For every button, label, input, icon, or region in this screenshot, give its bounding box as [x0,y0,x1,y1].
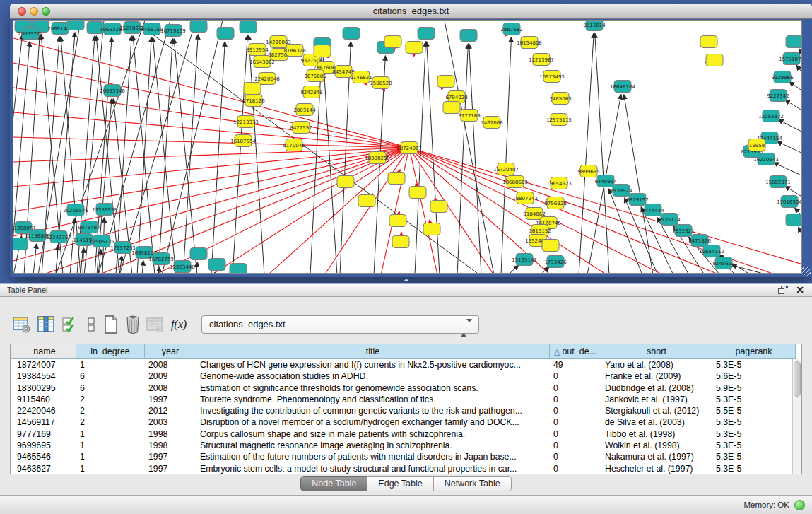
graph-node[interactable] [230,264,247,274]
citation-edge-black [796,66,802,74]
cell-name: 9699695 [13,440,76,451]
column-header-name[interactable]: name [13,344,76,359]
row-height-button[interactable] [81,314,102,335]
graph-node-label: 2887682 [500,27,522,33]
table-row[interactable]: 911546021997Tourette syndrome. Phenomeno… [11,394,792,405]
vertical-scrollbar[interactable] [792,359,801,474]
graph-node[interactable] [786,36,802,48]
cell-pagerank: 5.3E-5 [712,463,792,474]
graph-node[interactable] [406,42,423,54]
delete-column-button[interactable] [122,314,143,335]
graph-node[interactable] [244,83,261,95]
graph-node[interactable] [542,240,559,252]
column-header-short[interactable]: short [601,344,712,359]
table-select-dropdown[interactable]: citations_edges.txt [201,315,479,334]
graph-node[interactable] [217,28,234,40]
show-column-button[interactable] [35,314,57,335]
table-row[interactable]: 1938455462009Genome-wide association stu… [11,370,792,382]
graph-node-label: 9245652 [712,261,734,267]
cell-short: Stergiakouli et al. (2012) [601,405,712,416]
table-header-row: namein_degreeyeartitle△out_de...shortpag… [11,344,801,359]
graph-node[interactable] [706,54,723,66]
table-row[interactable]: 977716911998Corpus callosum shape and si… [11,428,792,440]
delete-table-button[interactable] [144,314,165,335]
tab-network-table[interactable]: Network Table [434,476,512,491]
cell-year: 2003 [145,416,196,428]
citation-edge-black [624,95,653,274]
column-header-pagerank[interactable]: pagerank [712,344,796,359]
graph-node[interactable] [460,30,477,42]
graph-node[interactable] [409,187,426,199]
create-column-button[interactable] [100,314,122,335]
zoom-window-button[interactable] [42,7,50,16]
select-rows-button[interactable] [59,314,81,335]
table-row[interactable]: 2242004622012Investigating the contribut… [11,405,792,416]
graph-node[interactable] [190,21,207,33]
column-header-in_degree[interactable]: in_degree [76,344,145,359]
column-header-title[interactable]: title [196,344,550,359]
citation-edge-black [595,33,609,274]
graph-node-label: 18724007 [396,146,422,151]
network-canvas[interactable]: 2005572420691406106532871527860294661601… [13,20,802,274]
graph-node[interactable] [437,76,454,88]
citation-edge-black [508,265,518,274]
column-header-out_de[interactable]: △out_de... [550,344,601,359]
tab-node-table[interactable]: Node Table [300,476,367,491]
cell-out_de: 49 [550,359,601,370]
window-resize-grip[interactable] [801,267,811,276]
table-row[interactable]: 1456911722003Disruption of a novel membe… [11,416,792,428]
graph-node[interactable] [240,21,257,33]
graph-node[interactable] [443,102,460,114]
table-row[interactable]: 969969511998Structural magnetic resonanc… [11,440,792,451]
cell-pagerank: 5.6E-5 [712,370,792,382]
graph-node[interactable] [418,28,435,40]
graph-node[interactable] [388,173,405,185]
graph-node-label: 12342757 [46,235,71,240]
graph-node-label: 8471626 [688,238,711,244]
citation-edge-red [430,220,430,223]
cell-year: 1997 [145,463,196,474]
graph-node[interactable] [208,259,225,271]
graph-node[interactable] [384,36,401,48]
minimize-window-button[interactable] [30,7,38,16]
citation-edge-black [142,261,143,274]
cell-out_de: 0 [550,440,601,451]
citation-edge-black [133,36,155,274]
graph-node[interactable] [786,214,802,226]
float-panel-icon[interactable] [778,286,788,295]
cell-short: Dudbridge et al. (2008) [601,382,712,394]
graph-node[interactable] [190,248,207,260]
tab-edge-table[interactable]: Edge Table [367,476,433,491]
table-settings-button[interactable] [11,314,33,335]
graph-node[interactable] [358,195,375,207]
table-row[interactable]: 1830029562008Estimation of significance … [11,382,792,394]
window-titlebar[interactable]: citations_edges.txt [10,4,812,19]
graph-node[interactable] [389,215,406,227]
close-panel-icon[interactable]: ✕ [796,284,804,297]
citation-edge-red [416,183,417,186]
panel-splitter-handle[interactable] [400,279,413,282]
function-builder-button[interactable]: f(x) [168,314,189,335]
table-row[interactable]: 946554611997Estimation of the future num… [11,451,792,462]
citation-edge-red [13,38,409,148]
graph-node[interactable] [392,236,409,248]
graph-node[interactable] [430,201,447,213]
citation-edge-red [324,148,409,274]
graph-node[interactable] [67,21,84,30]
graph-node[interactable] [700,36,717,48]
table-row[interactable]: 1872400712008Changes of HCN gene express… [11,359,792,370]
cell-title: Structural magnetic resonance image aver… [196,440,550,451]
scrollbar-thumb[interactable] [794,361,801,397]
graph-node[interactable] [314,45,331,57]
graph-node[interactable] [13,238,28,250]
close-window-button[interactable] [18,7,26,16]
table-row[interactable]: 946362711997Embryonic stem cells: a mode… [11,463,792,474]
graph-node-label: 10973493 [539,74,565,80]
graph-node[interactable] [343,28,360,40]
cell-out_de: 0 [550,394,601,405]
column-header-year[interactable]: year [145,344,196,359]
graph-node[interactable] [423,223,440,235]
citation-edge-black [249,35,264,274]
cell-short: Jankovic et al. (1997) [601,394,712,405]
graph-node[interactable] [337,176,354,188]
